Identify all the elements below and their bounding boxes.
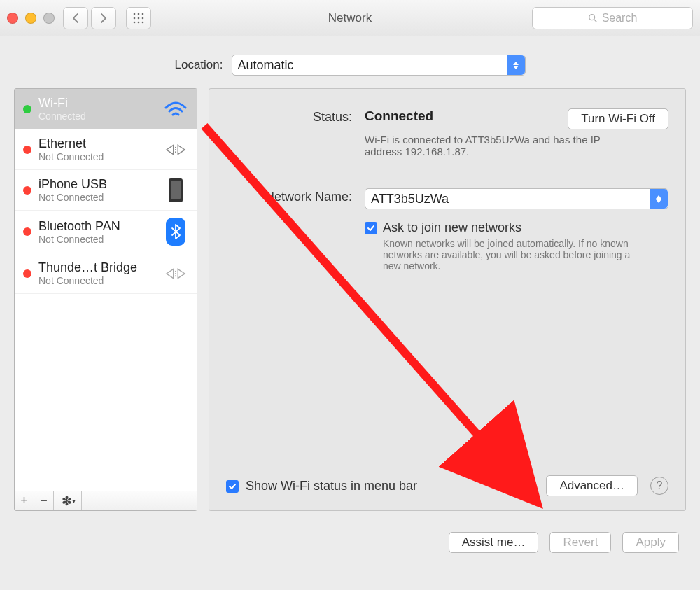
location-popup[interactable]: Automatic (232, 55, 526, 76)
service-list: Wi-Fi Connected Ethernet Not Connected (15, 89, 197, 491)
status-dot-icon (23, 105, 31, 113)
show-menubar-label: Show Wi-Fi status in menu bar (246, 479, 417, 493)
show-menubar-checkbox[interactable] (226, 480, 239, 493)
service-name: Bluetooth PAN (38, 219, 156, 234)
svg-point-13 (175, 151, 176, 153)
location-value: Automatic (238, 58, 294, 73)
forward-button[interactable] (91, 7, 116, 29)
svg-point-0 (134, 13, 136, 15)
service-sidebar: Wi-Fi Connected Ethernet Not Connected (14, 88, 197, 511)
service-name: Ethernet (38, 136, 156, 151)
service-name: iPhone USB (38, 177, 156, 192)
svg-point-5 (142, 17, 144, 19)
location-row: Location: Automatic (0, 36, 700, 88)
svg-point-3 (134, 17, 136, 19)
revert-button[interactable]: Revert (550, 532, 611, 553)
status-dot-icon (23, 186, 31, 195)
service-status: Not Connected (38, 234, 156, 245)
svg-point-14 (175, 270, 176, 272)
zoom-window-button[interactable] (43, 13, 55, 24)
network-name-value: ATT3b5UzWa (371, 192, 449, 206)
sidebar-footer: + − ✽▾ (15, 491, 197, 510)
service-iphone-usb[interactable]: iPhone USB Not Connected (15, 170, 197, 211)
show-all-button[interactable] (126, 7, 151, 29)
ethernet-icon (163, 264, 188, 283)
titlebar: Network Search (0, 0, 700, 36)
network-name-popup[interactable]: ATT3b5UzWa (365, 188, 668, 209)
service-thunderbolt-bridge[interactable]: Thunde…t Bridge Not Connected (15, 253, 197, 294)
wifi-icon (163, 98, 188, 120)
detail-panel: Status: Connected Turn Wi-Fi Off Wi-Fi i… (209, 88, 686, 511)
service-status: Not Connected (38, 275, 156, 286)
service-status: Not Connected (38, 151, 156, 162)
network-name-label: Network Name: (226, 188, 352, 272)
help-button[interactable]: ? (650, 477, 668, 495)
footer-buttons: Assist me… Revert Apply (0, 518, 700, 553)
location-label: Location: (175, 58, 223, 72)
add-service-button[interactable]: + (15, 491, 34, 510)
svg-point-16 (175, 275, 176, 276)
svg-point-15 (175, 272, 176, 274)
svg-point-7 (138, 21, 140, 23)
svg-point-2 (142, 13, 144, 15)
window-controls (7, 13, 55, 24)
service-wifi[interactable]: Wi-Fi Connected (15, 89, 197, 129)
svg-point-11 (175, 146, 176, 148)
status-dot-icon (23, 269, 31, 278)
svg-line-10 (594, 19, 596, 22)
bluetooth-icon (163, 218, 188, 246)
search-field[interactable]: Search (532, 7, 693, 29)
close-window-button[interactable] (7, 13, 18, 24)
phone-icon (163, 178, 188, 202)
popup-arrows-icon (507, 55, 525, 75)
status-dot-icon (23, 146, 31, 154)
ask-to-join-label: Ask to join new networks (383, 220, 642, 235)
status-description: Wi-Fi is connected to ATT3b5UzWa and has… (365, 134, 631, 157)
status-value: Connected (365, 108, 433, 124)
search-icon (588, 13, 598, 23)
ask-to-join-checkbox[interactable] (365, 222, 377, 234)
assist-me-button[interactable]: Assist me… (449, 532, 539, 553)
apply-button[interactable]: Apply (622, 532, 679, 553)
svg-point-6 (134, 21, 136, 23)
svg-point-8 (142, 21, 144, 23)
advanced-button[interactable]: Advanced… (546, 475, 638, 496)
remove-service-button[interactable]: − (34, 491, 54, 510)
svg-point-1 (138, 13, 140, 15)
service-ethernet[interactable]: Ethernet Not Connected (15, 129, 197, 170)
popup-arrows-icon (650, 189, 668, 209)
service-name: Thunde…t Bridge (38, 260, 156, 275)
status-label: Status: (226, 108, 352, 157)
action-menu-button[interactable]: ✽▾ (54, 491, 82, 510)
service-status: Not Connected (38, 192, 156, 203)
ethernet-icon (163, 140, 188, 160)
svg-point-4 (138, 17, 140, 19)
minimize-window-button[interactable] (25, 13, 36, 24)
search-placeholder: Search (602, 12, 638, 24)
service-status: Connected (38, 111, 156, 122)
ask-to-join-description: Known networks will be joined automatica… (383, 238, 642, 272)
back-button[interactable] (63, 7, 88, 29)
wifi-toggle-button[interactable]: Turn Wi-Fi Off (568, 108, 668, 129)
sidebar-footer-spacer (82, 491, 197, 510)
status-dot-icon (23, 227, 31, 236)
svg-point-12 (175, 148, 176, 150)
service-name: Wi-Fi (38, 96, 156, 111)
service-bluetooth-pan[interactable]: Bluetooth PAN Not Connected (15, 211, 197, 253)
